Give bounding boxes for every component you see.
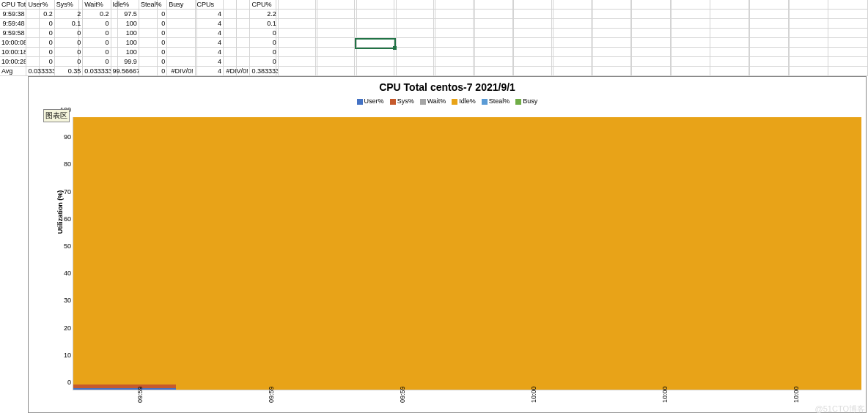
empty-cell[interactable] [828,38,868,48]
cell[interactable]: 0 [250,57,278,67]
empty-cell[interactable] [593,10,633,19]
cell[interactable]: 0 [250,29,278,38]
col-header[interactable]: Idle% [111,0,139,10]
empty-cell[interactable] [710,29,750,38]
empty-cell[interactable] [632,10,672,19]
empty-cell[interactable] [790,38,829,48]
cell[interactable]: 9:59:38 [0,10,26,19]
empty-cell[interactable] [317,57,357,67]
empty-cell[interactable] [279,19,318,29]
empty-cell[interactable] [750,19,790,29]
cell[interactable]: 0.2 [83,10,111,19]
cell[interactable] [224,29,250,38]
empty-cell[interactable] [828,48,868,57]
empty-cell[interactable] [357,29,397,38]
empty-cell[interactable] [475,57,515,67]
avg-label[interactable]: Avg [0,67,26,76]
cell[interactable]: 10:00:18 [0,48,26,57]
empty-cell[interactable] [828,29,868,38]
empty-cell[interactable] [553,67,593,76]
empty-cell[interactable] [828,10,868,19]
empty-cell[interactable] [828,19,868,29]
empty-cell[interactable] [750,48,790,57]
empty-cell[interactable] [435,0,475,10]
empty-cell[interactable] [632,29,672,38]
empty-cell[interactable] [475,38,515,48]
chart-area[interactable]: 图表区 CPU Total centos-7 2021/9/1 User%Sys… [28,76,867,413]
empty-cell[interactable] [435,10,475,19]
cell[interactable] [167,19,195,29]
empty-cell[interactable] [790,0,829,10]
cell[interactable]: 0 [139,67,167,76]
cell[interactable]: 100 [111,19,139,29]
cell[interactable]: 0 [55,48,83,57]
col-header[interactable]: CPU Total [0,0,26,10]
cell[interactable]: 0.033333 [83,67,111,76]
empty-cell[interactable] [790,57,829,67]
cell[interactable] [167,57,195,67]
cell[interactable] [224,38,250,48]
empty-cell[interactable] [553,57,593,67]
cell[interactable]: 97.5 [111,10,139,19]
empty-cell[interactable] [632,38,672,48]
cell[interactable]: 0 [26,38,54,48]
empty-cell[interactable] [828,57,868,67]
cell[interactable]: 0 [250,48,278,57]
empty-cell[interactable] [397,10,436,19]
empty-cell[interactable] [475,67,515,76]
cell[interactable]: 0.1 [55,19,83,29]
empty-cell[interactable] [750,29,790,38]
col-header[interactable]: Busy [167,0,195,10]
empty-cell[interactable] [397,57,436,67]
cell[interactable]: 4 [196,19,224,29]
empty-cell[interactable] [317,38,357,48]
cell[interactable]: 0 [26,29,54,38]
empty-cell[interactable] [317,48,357,57]
cell[interactable]: 0 [139,48,167,57]
empty-cell[interactable] [475,29,515,38]
empty-cell[interactable] [672,0,711,10]
cell[interactable]: #DIV/0! [224,67,250,76]
cell[interactable] [167,48,195,57]
empty-cell[interactable] [397,29,436,38]
cell[interactable] [224,10,250,19]
empty-cell[interactable] [593,0,633,10]
empty-cell[interactable] [750,67,790,76]
empty-cell[interactable] [475,0,515,10]
cell[interactable] [224,57,250,67]
empty-cell[interactable] [435,29,475,38]
empty-cell[interactable] [593,38,633,48]
empty-cell[interactable] [317,0,357,10]
cell[interactable]: 0 [83,57,111,67]
empty-cell[interactable] [279,0,318,10]
cell[interactable]: 100 [111,48,139,57]
empty-cell[interactable] [672,10,711,19]
empty-cell[interactable] [435,57,475,67]
cell[interactable]: 0 [250,38,278,48]
empty-cell[interactable] [750,57,790,67]
empty-cell[interactable] [790,10,829,19]
col-header[interactable] [224,0,250,10]
empty-cell[interactable] [317,29,357,38]
empty-cell[interactable] [317,19,357,29]
cell[interactable] [167,29,195,38]
empty-cell[interactable] [514,67,553,76]
cell[interactable]: 0 [83,19,111,29]
empty-cell[interactable] [514,38,553,48]
empty-cell[interactable] [672,19,711,29]
empty-cell[interactable] [553,19,593,29]
empty-cell[interactable] [279,10,318,19]
empty-cell[interactable] [828,0,868,10]
cell[interactable]: #DIV/0! [167,67,195,76]
cell[interactable]: 0 [139,29,167,38]
cell[interactable] [167,38,195,48]
empty-cell[interactable] [710,19,750,29]
cell[interactable]: 99.56667 [111,67,139,76]
empty-cell[interactable] [632,67,672,76]
col-header[interactable]: Steal% [139,0,167,10]
empty-cell[interactable] [357,19,397,29]
cell[interactable]: 4 [196,38,224,48]
empty-cell[interactable] [710,67,750,76]
empty-cell[interactable] [435,67,475,76]
empty-cell[interactable] [435,48,475,57]
